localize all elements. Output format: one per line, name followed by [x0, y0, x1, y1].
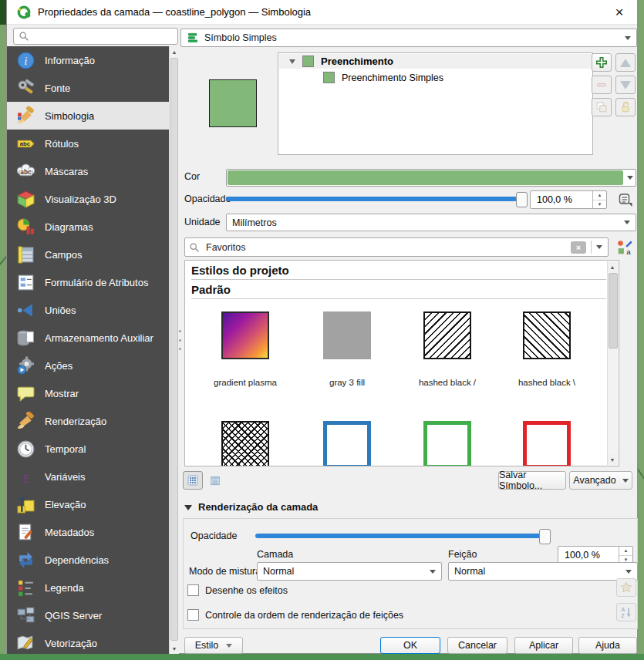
scroll-down-icon[interactable]: ▼	[608, 454, 617, 465]
move-up-button[interactable]	[615, 53, 636, 72]
spin-buttons[interactable]: ▲▼	[592, 191, 606, 208]
sidebar-item-qgis-server[interactable]: QGIS Server	[7, 601, 169, 629]
advanced-button[interactable]: Avançado	[569, 471, 632, 490]
apply-button[interactable]: Aplicar	[514, 637, 573, 654]
save-symbol-button[interactable]: Salvar Símbolo...	[498, 471, 566, 490]
feature-order-options-button[interactable]: AZ	[616, 603, 636, 621]
duplicate-symbol-layer-button[interactable]	[592, 98, 612, 116]
blend-feature-combo[interactable]: Normal	[448, 562, 638, 581]
help-button[interactable]: Ajuda	[578, 637, 637, 654]
style-menu-button[interactable]: Estilo	[184, 637, 243, 654]
tree-row-fill[interactable]: Preenchimento	[279, 54, 592, 69]
expander-icon[interactable]	[289, 59, 295, 64]
blend-layer-combo[interactable]: Normal	[257, 562, 442, 581]
collapse-triangle-icon[interactable]	[184, 505, 192, 510]
sidebar-item-temporal[interactable]: Temporal	[7, 435, 169, 463]
sidebar-item-legenda[interactable]: Legenda	[7, 574, 169, 601]
fill-swatch	[323, 72, 335, 83]
sidebar-item-rotulos[interactable]: abcRótulos	[7, 130, 169, 157]
move-down-button[interactable]	[615, 76, 636, 94]
splitter-handle[interactable]	[179, 330, 181, 350]
plus-icon	[595, 56, 609, 69]
sidebar-item-renderizacao[interactable]: Renderização	[7, 407, 169, 435]
color-swatch	[228, 170, 623, 185]
sidebar-item-fonte[interactable]: Fonte	[7, 74, 169, 102]
sidebar-item-unioes[interactable]: Uniões	[7, 296, 169, 324]
opacity-spinbox[interactable]: 100,0 % ▲▼	[530, 190, 607, 209]
metadados-icon	[16, 523, 35, 542]
sidebar-item-mostrar[interactable]: Mostrar	[7, 379, 169, 407]
symbol-type-combo[interactable]: Símbolo Simples	[180, 29, 637, 47]
duplicate-icon	[595, 100, 609, 114]
tree-row-simple-fill[interactable]: Preenchimento Simples	[279, 70, 592, 85]
style-swatch-crosshatch[interactable]	[197, 421, 293, 466]
color-button[interactable]	[226, 169, 636, 187]
sidebar-scrollbar[interactable]: ▲ ▼	[169, 46, 178, 654]
close-icon: ×	[615, 4, 623, 21]
sidebar-item-label: Máscaras	[45, 166, 88, 177]
style-panel-scrollbar[interactable]: ▲ ▼	[607, 261, 618, 465]
close-button[interactable]: ×	[607, 2, 632, 22]
style-swatch-hatch-back[interactable]: hashed black \	[499, 311, 595, 387]
sidebar-item-acoes[interactable]: Ações	[7, 352, 169, 379]
cancel-button[interactable]: Cancelar	[447, 637, 507, 654]
sidebar-item-label: Dependências	[45, 554, 109, 566]
icon-view-button[interactable]	[183, 471, 203, 490]
spin-buttons[interactable]: ▲▼	[619, 547, 632, 564]
swatch-preview	[323, 311, 371, 359]
spin-up-icon[interactable]: ▲	[619, 547, 632, 556]
list-view-button[interactable]	[207, 473, 224, 489]
sidebar-search-input[interactable]	[32, 30, 174, 42]
scroll-up-icon[interactable]: ▲	[608, 261, 617, 272]
sidebar-item-simbologia[interactable]: Simbologia	[7, 102, 169, 130]
sidebar-item-diagramas[interactable]: Diagramas	[7, 213, 169, 241]
sidebar-item-label: Elevação	[45, 499, 86, 510]
slider-handle[interactable]	[516, 192, 528, 207]
data-defined-override-button[interactable]	[615, 190, 636, 209]
sidebar-item-informacao[interactable]: iInformação	[7, 46, 169, 74]
sidebar-item-visualizacao-3d[interactable]: Visualização 3D	[7, 185, 169, 213]
layer-opacity-slider[interactable]	[255, 528, 558, 544]
scrollbar-thumb[interactable]	[170, 58, 178, 641]
chevron-down-icon[interactable]	[596, 245, 602, 249]
sidebar-item-campos[interactable]: Campos	[7, 241, 169, 268]
scroll-up-icon[interactable]: ▲	[170, 46, 179, 57]
sidebar-item-formulario-de-atributos[interactable]: Formulário de Atributos	[7, 268, 169, 296]
style-swatch-outline-green[interactable]	[400, 421, 495, 466]
sidebar-item-mascaras[interactable]: abcMáscaras	[7, 157, 169, 185]
scroll-down-icon[interactable]: ▼	[170, 643, 179, 654]
sidebar-item-elevacao[interactable]: Elevação	[7, 490, 169, 518]
style-swatch-outline-red[interactable]	[499, 421, 595, 466]
feature-order-checkbox[interactable]	[187, 609, 199, 621]
style-filter-input[interactable]	[204, 241, 571, 254]
style-swatch-gray-fill[interactable]: gray 3 fill	[299, 311, 395, 387]
lock-color-button[interactable]	[615, 98, 636, 116]
sidebar-item-metadados[interactable]: Metadados	[7, 518, 169, 546]
spin-down-icon[interactable]: ▼	[593, 200, 606, 209]
spin-up-icon[interactable]: ▲	[593, 191, 606, 200]
draw-effects-checkbox[interactable]	[187, 584, 199, 596]
vetorizacao-icon	[16, 634, 35, 653]
style-manager-button[interactable]: a	[616, 239, 633, 256]
ok-button[interactable]: OK	[380, 637, 440, 654]
sidebar-item-vetorizacao[interactable]: Vetorização	[7, 629, 169, 654]
qgis-logo-icon	[16, 5, 32, 20]
clear-button[interactable]: ×	[571, 241, 586, 254]
unit-label: Unidade	[184, 217, 221, 227]
opacity-slider[interactable]	[226, 191, 528, 207]
style-swatch-outline-blue[interactable]	[299, 421, 395, 466]
effects-options-button[interactable]	[616, 578, 636, 597]
scrollbar-thumb[interactable]	[609, 273, 618, 349]
unit-combo[interactable]: Milímetros	[226, 214, 636, 231]
sidebar-item-label: Variáveis	[45, 471, 86, 483]
sidebar-item-variaveis[interactable]: εVariáveis	[7, 463, 169, 490]
style-swatch-hatch-forward[interactable]: hashed black /	[400, 311, 495, 387]
layer-rendering-header[interactable]: Renderização da camada	[198, 501, 318, 513]
sidebar-item-armazenamento-auxiliar[interactable]: Armazenamento Auxiliar	[7, 324, 169, 352]
remove-symbol-layer-button[interactable]	[592, 76, 612, 94]
style-swatch-gradient-plasma[interactable]: gradient plasma	[197, 311, 293, 387]
slider-handle[interactable]	[539, 529, 551, 544]
add-symbol-layer-button[interactable]	[592, 53, 612, 72]
sidebar-item-dependencias[interactable]: Dependências	[7, 546, 169, 574]
color-dropdown[interactable]	[624, 170, 636, 186]
